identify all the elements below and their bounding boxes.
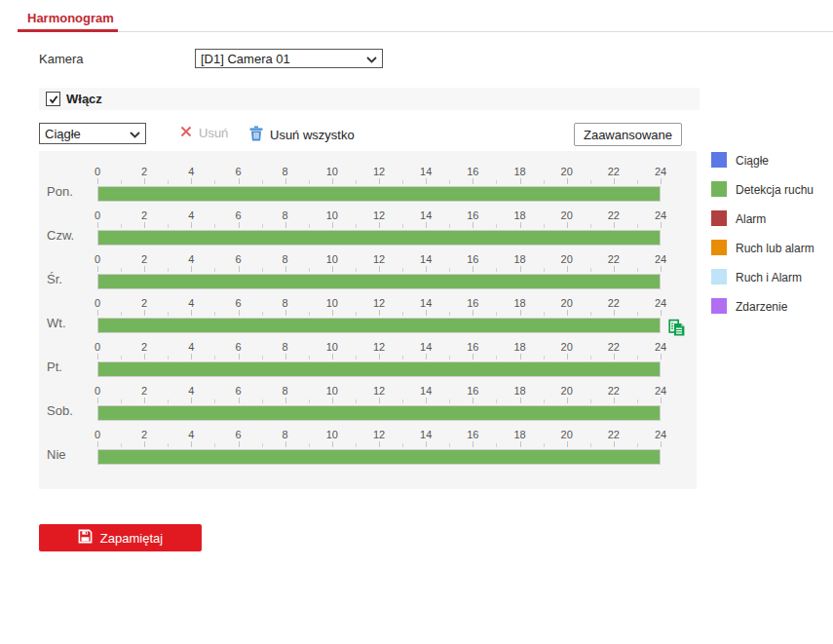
ruler-tick [356, 224, 357, 228]
schedule-bar-track[interactable] [97, 405, 661, 421]
schedule-day-row: Sob. 024681012141618202224 [39, 385, 697, 429]
ruler-tick [214, 268, 215, 272]
ruler-tick [637, 180, 638, 184]
hour-label: 8 [283, 429, 288, 440]
ruler-tick [449, 356, 450, 360]
legend-color-swatch [711, 269, 727, 284]
schedule-bar[interactable] [97, 361, 661, 377]
tab-harmonogram[interactable]: Harmonogram [27, 11, 114, 25]
hour-label: 8 [283, 166, 288, 177]
schedule-bar[interactable] [97, 274, 661, 289]
ruler-tick [168, 443, 169, 447]
hour-label: 24 [655, 297, 666, 309]
hour-label: 8 [283, 297, 288, 309]
camera-select[interactable]: [D1] Camera 01 [195, 49, 383, 68]
time-ruler: 024681012141618202224 [97, 166, 661, 185]
legend-item: Ruch i Alarm [711, 269, 814, 298]
hour-label: 0 [95, 385, 100, 397]
hour-label: 14 [420, 341, 432, 353]
ruler-tick [473, 178, 473, 184]
delete-button[interactable]: Usuń [180, 126, 228, 140]
ruler-tick [496, 356, 497, 360]
ruler-tick [191, 398, 192, 403]
schedule-bar[interactable] [97, 186, 661, 202]
schedule-bar[interactable] [97, 449, 661, 465]
ruler-tick [191, 266, 192, 272]
legend-item-label: Ciągłe [736, 154, 769, 168]
schedule-type-select[interactable]: Ciągłe [39, 123, 146, 144]
ruler-tick [168, 268, 169, 272]
camera-label: Kamera [39, 52, 84, 66]
ruler-tick [661, 310, 662, 316]
hour-label: 10 [326, 341, 338, 353]
hour-label: 16 [467, 297, 478, 309]
schedule-bar-track[interactable] [97, 318, 661, 333]
ruler-tick [356, 356, 357, 360]
delete-all-button[interactable]: Usuń wszystko [249, 126, 355, 144]
hour-label: 6 [235, 429, 241, 440]
ruler-tick [379, 354, 380, 360]
ruler-tick [637, 443, 638, 447]
ruler-tick [473, 398, 473, 403]
trash-icon [249, 126, 270, 144]
hour-label: 18 [513, 429, 525, 440]
ruler-tick [449, 268, 450, 272]
ruler-tick [379, 441, 380, 447]
schedule-bar-track[interactable] [97, 230, 661, 246]
legend-item-label: Detekcja ruchu [736, 183, 814, 197]
ruler-tick [544, 356, 545, 360]
schedule-bar-track[interactable] [97, 361, 661, 377]
ruler-tick [473, 354, 473, 360]
ruler-tick [168, 399, 169, 403]
schedule-bar-track[interactable] [97, 449, 661, 465]
day-label: Pon. [47, 184, 73, 199]
ruler-tick [144, 266, 145, 272]
copy-to-days-icon[interactable] [667, 319, 686, 337]
ruler-tick [356, 443, 357, 447]
ruler-tick [239, 398, 240, 403]
day-label: Śr. [47, 272, 62, 286]
ruler-tick [379, 310, 380, 316]
ruler-tick [144, 178, 145, 184]
schedule-bar[interactable] [97, 318, 661, 333]
ruler-tick [285, 310, 286, 316]
ruler-tick [637, 224, 638, 228]
ruler-tick [121, 312, 122, 316]
ruler-tick [402, 399, 403, 403]
ruler-tick [544, 443, 545, 447]
day-label: Sob. [47, 403, 73, 418]
day-label: Czw. [47, 228, 74, 243]
save-button[interactable]: Zapamiętaj [39, 524, 202, 551]
hour-label: 24 [655, 341, 666, 353]
legend: Ciągłe Detekcja ruchu Alarm Ruch lub ala… [711, 152, 814, 327]
hour-label: 18 [513, 253, 525, 265]
ruler-tick [661, 266, 662, 272]
hour-label: 2 [141, 429, 147, 440]
hour-label: 10 [326, 253, 338, 265]
ruler-tick [121, 180, 122, 184]
ruler-tick [449, 312, 450, 316]
ruler-tick [402, 180, 403, 184]
enable-checkbox[interactable] [46, 92, 60, 106]
ruler-tick [544, 268, 545, 272]
time-ruler: 024681012141618202224 [97, 385, 661, 404]
schedule-bar[interactable] [97, 405, 661, 421]
ruler-tick [449, 399, 450, 403]
ruler-tick [97, 398, 98, 403]
ruler-tick [590, 312, 591, 316]
ruler-tick [379, 222, 380, 228]
hour-label: 24 [655, 209, 666, 221]
hour-label: 2 [141, 209, 147, 221]
ruler-tick [402, 268, 403, 272]
hour-label: 2 [141, 253, 147, 265]
ruler-tick [214, 224, 215, 228]
schedule-day-row: Nie 024681012141618202224 [39, 429, 697, 473]
hour-label: 4 [188, 297, 194, 309]
advanced-button[interactable]: Zaawansowane [574, 123, 682, 146]
hour-label: 16 [467, 166, 478, 177]
ruler-tick [496, 268, 497, 272]
schedule-bar-track[interactable] [97, 186, 661, 202]
schedule-bar-track[interactable] [97, 274, 661, 289]
ruler-tick [356, 180, 357, 184]
schedule-bar[interactable] [97, 230, 661, 246]
